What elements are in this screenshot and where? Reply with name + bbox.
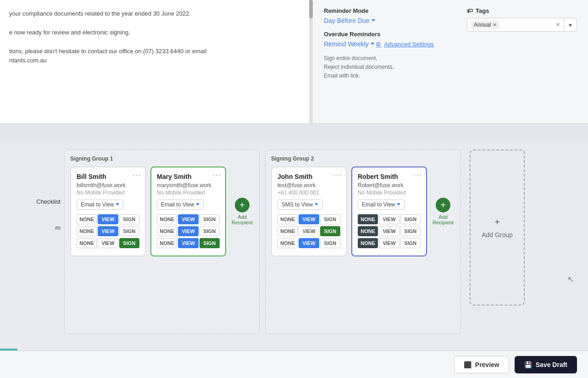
robert-smith-none-3[interactable]: NONE [358, 238, 378, 248]
robert-smith-row-3: NONE VIEW SIGN [358, 238, 421, 248]
robert-smith-view-method[interactable]: Email to View [358, 200, 405, 210]
advanced-desc-line1: Sign entire document, [324, 54, 458, 63]
bill-smith-sign-2[interactable]: SIGN [119, 226, 139, 236]
john-smith-view-1[interactable]: VIEW [299, 214, 319, 224]
reminder-mode-label: Reminder Mode [324, 7, 458, 14]
signing-group-1: Signing Group 1 ··· Bill Smith billsmith… [64, 150, 260, 334]
robert-smith-mobile: No Mobile Provided [358, 189, 421, 196]
tags-label: 🏷 Tags [467, 7, 577, 14]
john-smith-row-3: NONE VIEW SIGN [277, 238, 340, 248]
tags-column: 🏷 Tags Annual ✕ × ▾ [467, 7, 577, 81]
mary-smith-view-3[interactable]: VIEW [178, 238, 198, 248]
left-panel-text: your compliance documents related to the… [9, 9, 304, 66]
robert-smith-row-1: NONE VIEW SIGN [358, 214, 421, 224]
robert-smith-sign-3[interactable]: SIGN [400, 238, 421, 248]
mary-smith-view-1[interactable]: VIEW [178, 214, 198, 224]
recipient-card-robert-smith: ··· Robert Smith Robert@fuse.work No Mob… [351, 167, 427, 256]
recipient-card-mary-smith: ··· Mary Smith marysmith@fuse.work No Mo… [150, 167, 226, 256]
save-draft-button[interactable]: 💾 Save Draft [515, 356, 577, 373]
tag-icon: 🏷 [467, 7, 473, 14]
mary-smith-sign-1[interactable]: SIGN [200, 214, 220, 224]
john-smith-row-2: NONE VIEW SIGN [277, 226, 340, 236]
card-menu-john-smith[interactable]: ··· [333, 171, 342, 179]
scrollbar[interactable] [309, 0, 313, 123]
add-recipient-group-1[interactable]: + AddRecipient [231, 198, 254, 225]
mary-smith-view-chevron-icon [196, 203, 200, 206]
robert-smith-view-1[interactable]: VIEW [379, 214, 399, 224]
robert-smith-view-3[interactable]: VIEW [379, 238, 399, 248]
settings-column: Reminder Mode Day Before Due Overdue Rem… [324, 7, 458, 81]
john-smith-view-chevron-icon [315, 203, 318, 206]
save-draft-label: Save Draft [536, 361, 567, 368]
mary-smith-sign-2[interactable]: SIGN [200, 226, 220, 236]
bill-smith-none-2[interactable]: NONE [77, 226, 97, 236]
add-recipient-group-2[interactable]: + AddRecipient [432, 198, 455, 225]
bill-smith-sign-1[interactable]: SIGN [119, 214, 139, 224]
overdue-reminders-label: Overdue Reminders [324, 31, 458, 38]
robert-smith-none-1[interactable]: NONE [358, 214, 378, 224]
preview-icon: ⬛ [464, 361, 472, 368]
reminder-mode-dropdown[interactable]: Day Before Due [324, 17, 375, 24]
bill-smith-name: Bill Smith [77, 173, 139, 180]
robert-smith-sign-2[interactable]: SIGN [400, 226, 421, 236]
tags-input-container[interactable]: Annual ✕ × ▾ [467, 18, 577, 32]
save-draft-icon: 💾 [524, 361, 532, 368]
robert-smith-row-2: NONE VIEW SIGN [358, 226, 421, 236]
bill-smith-view-3[interactable]: VIEW [98, 238, 118, 248]
john-smith-view-method[interactable]: SMS to View [277, 200, 322, 210]
bill-smith-none-3[interactable]: NONE [77, 238, 97, 248]
tags-clear-button[interactable]: × [552, 19, 564, 31]
john-smith-sign-3[interactable]: SIGN [320, 238, 340, 248]
robert-smith-view-2[interactable]: VIEW [379, 226, 399, 236]
robert-smith-none-2[interactable]: NONE [358, 226, 378, 236]
mary-smith-row-2: NONE VIEW SIGN [157, 226, 220, 236]
bill-smith-sign-3[interactable]: SIGN [119, 238, 139, 248]
mary-smith-sign-3[interactable]: SIGN [200, 238, 220, 248]
card-menu-mary-smith[interactable]: ··· [213, 171, 222, 179]
john-smith-sign-1[interactable]: SIGN [320, 214, 340, 224]
bill-smith-none-1[interactable]: NONE [77, 214, 97, 224]
preview-button[interactable]: ⬛ Preview [454, 356, 509, 373]
add-group-plus-icon: + [494, 217, 500, 228]
card-menu-bill-smith[interactable]: ··· [133, 171, 141, 179]
bill-smith-view-1[interactable]: VIEW [98, 214, 118, 224]
card-menu-robert-smith[interactable]: ··· [414, 171, 422, 179]
john-smith-name: John Smith [277, 173, 340, 180]
add-group-label: Add Group [482, 231, 513, 239]
overdue-reminders-dropdown[interactable]: Remind Weekly [324, 40, 374, 48]
john-smith-none-2[interactable]: NONE [277, 226, 298, 236]
john-smith-none-1[interactable]: NONE [277, 214, 298, 224]
mary-smith-view-2[interactable]: VIEW [178, 226, 198, 236]
mary-smith-name: Mary Smith [157, 173, 220, 180]
mary-smith-view-method[interactable]: Email to View [157, 200, 204, 210]
john-smith-mobile: +61 400 000 001 [277, 189, 340, 196]
robert-smith-view-chevron-icon [397, 203, 400, 206]
mary-smith-none-1[interactable]: NONE [157, 214, 177, 224]
scrollbar-thumb[interactable] [309, 0, 313, 18]
mary-smith-row-1: NONE VIEW SIGN [157, 214, 220, 224]
add-group-box[interactable]: + Add Group [470, 150, 525, 306]
mary-smith-none-3[interactable]: NONE [157, 238, 177, 248]
bill-smith-view-2[interactable]: VIEW [98, 226, 118, 236]
overdue-value-text: Remind Weekly [324, 40, 369, 48]
middle-separator [0, 124, 588, 142]
advanced-settings-desc: Sign entire document, Reject individual … [324, 54, 458, 81]
john-smith-view-3[interactable]: VIEW [299, 238, 319, 248]
john-smith-sign-2[interactable]: SIGN [320, 226, 340, 236]
tag-remove-button[interactable]: ✕ [493, 22, 497, 28]
john-smith-view-2[interactable]: VIEW [299, 226, 319, 236]
robert-smith-sign-1[interactable]: SIGN [400, 214, 421, 224]
overdue-chevron-icon [371, 43, 374, 45]
john-smith-none-3[interactable]: NONE [277, 238, 298, 248]
gear-icon: ⚙ [376, 41, 381, 48]
advanced-settings-link[interactable]: ⚙ Advanced Settings [376, 41, 433, 48]
john-smith-email: test@fuse.work [277, 182, 340, 189]
signing-group-2: Signing Group 2 ··· John Smith test@fuse… [265, 150, 460, 334]
bill-smith-email: billsmith@fuse.work [77, 182, 139, 189]
bill-smith-view-method[interactable]: Email to View [77, 200, 123, 210]
signing-group-2-title: Signing Group 2 [271, 156, 455, 162]
mary-smith-none-2[interactable]: NONE [157, 226, 177, 236]
add-recipient-label-2: AddRecipient [433, 214, 454, 225]
mary-smith-row-3: NONE VIEW SIGN [157, 238, 220, 248]
tags-dropdown-button[interactable]: ▾ [564, 20, 577, 30]
